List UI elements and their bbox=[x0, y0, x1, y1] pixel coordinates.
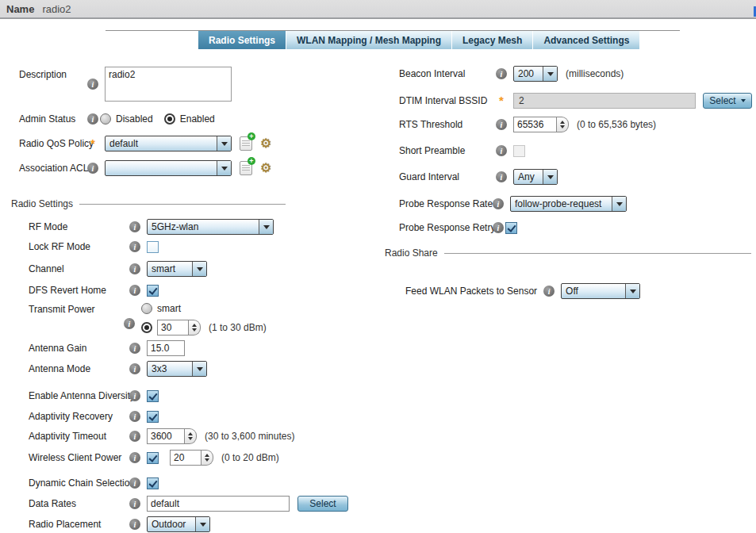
dfs-revert-home-checkbox[interactable] bbox=[147, 285, 159, 297]
spinner-arrows[interactable] bbox=[557, 117, 569, 132]
lock-rf-mode-label: Lock RF Mode bbox=[29, 241, 129, 252]
chevron-down-icon bbox=[259, 220, 273, 234]
wireless-client-power-checkbox[interactable] bbox=[147, 452, 159, 464]
info-icon[interactable]: i bbox=[543, 286, 555, 297]
probe-response-rate-dropdown[interactable]: follow-probe-request bbox=[510, 196, 627, 212]
beacon-interval-dropdown[interactable]: 200 bbox=[513, 66, 558, 82]
rf-mode-label: RF Mode bbox=[29, 221, 129, 232]
tab-advanced-settings[interactable]: Advanced Settings bbox=[533, 31, 640, 49]
adaptivity-timeout-hint: (30 to 3,600 minutes) bbox=[205, 431, 294, 442]
adaptivity-recovery-label: Adaptivity Recovery bbox=[29, 411, 129, 422]
info-icon[interactable]: i bbox=[496, 68, 507, 79]
spinner-arrows[interactable] bbox=[185, 428, 197, 444]
spinner-arrows[interactable] bbox=[201, 450, 213, 466]
rf-mode-value: 5GHz-wlan bbox=[148, 220, 259, 234]
info-icon[interactable]: i bbox=[129, 285, 140, 296]
info-icon[interactable]: i bbox=[129, 477, 140, 489]
admin-status-enabled-radio[interactable] bbox=[164, 113, 175, 125]
antenna-mode-dropdown[interactable]: 3x3 bbox=[147, 361, 207, 377]
enable-antenna-diversity-checkbox[interactable] bbox=[147, 390, 159, 402]
edit-gear-icon[interactable]: ⚙ bbox=[260, 137, 271, 150]
info-icon[interactable]: i bbox=[87, 79, 98, 90]
probe-response-rate-value: follow-probe-request bbox=[511, 197, 612, 211]
info-icon[interactable]: i bbox=[129, 498, 140, 509]
info-icon[interactable]: i bbox=[124, 318, 135, 329]
info-icon[interactable]: i bbox=[496, 171, 507, 182]
guard-interval-value: Any bbox=[514, 170, 543, 184]
radio-placement-dropdown[interactable]: Outdoor bbox=[147, 516, 210, 532]
feed-wlan-packets-label: Feed WLAN Packets to Sensor bbox=[405, 286, 537, 297]
probe-response-retry-label: Probe Response Retry bbox=[399, 222, 493, 233]
chevron-down-icon bbox=[543, 67, 557, 81]
probe-response-rate-row: Probe Response Rate i follow-probe-reque… bbox=[399, 195, 627, 213]
transmit-power-custom-radio[interactable] bbox=[141, 322, 152, 333]
edit-gear-icon[interactable]: ⚙ bbox=[260, 162, 271, 174]
association-acl-label: Association ACL bbox=[19, 163, 87, 174]
association-acl-dropdown[interactable] bbox=[105, 160, 232, 176]
info-icon[interactable]: i bbox=[493, 222, 504, 233]
lock-rf-mode-checkbox[interactable] bbox=[147, 241, 159, 253]
wireless-client-power-input[interactable] bbox=[170, 450, 201, 466]
dynamic-chain-selection-checkbox[interactable] bbox=[147, 477, 159, 489]
transmit-power-smart-radio[interactable] bbox=[141, 303, 152, 314]
info-icon[interactable]: i bbox=[129, 241, 140, 252]
probe-response-retry-checkbox[interactable] bbox=[505, 222, 517, 234]
info-icon[interactable]: i bbox=[87, 163, 98, 174]
short-preamble-label: Short Preamble bbox=[399, 145, 496, 156]
feed-wlan-packets-row: Feed WLAN Packets to Sensor i Off bbox=[405, 282, 640, 300]
tab-wlan-mesh-mapping[interactable]: WLAN Mapping / Mesh Mapping bbox=[286, 31, 452, 49]
info-icon[interactable]: i bbox=[129, 431, 140, 442]
chevron-down-icon bbox=[217, 136, 231, 151]
guard-interval-dropdown[interactable]: Any bbox=[513, 169, 558, 185]
dtim-interval-bssid-label: DTIM Interval BSSID bbox=[399, 95, 496, 106]
add-new-icon[interactable]: + bbox=[240, 136, 252, 151]
dtim-select-button[interactable]: Select bbox=[703, 93, 752, 109]
admin-status-disabled-radio[interactable] bbox=[100, 113, 111, 125]
transmit-power-controls: i smart (1 to 30 dBm) bbox=[129, 301, 267, 336]
adaptivity-timeout-input[interactable] bbox=[147, 428, 185, 444]
feed-wlan-packets-value: Off bbox=[562, 284, 625, 298]
info-icon[interactable]: i bbox=[496, 119, 507, 130]
adaptivity-timeout-spinner bbox=[147, 428, 197, 444]
info-icon[interactable]: i bbox=[129, 343, 140, 354]
adaptivity-timeout-label: Adaptivity Timeout bbox=[29, 431, 129, 442]
info-icon[interactable]: i bbox=[129, 519, 140, 530]
dtim-select-label: Select bbox=[709, 95, 735, 106]
feed-wlan-packets-dropdown[interactable]: Off bbox=[561, 283, 640, 299]
info-icon[interactable]: i bbox=[87, 113, 98, 125]
add-new-icon[interactable]: + bbox=[240, 161, 252, 175]
data-rates-select-button[interactable]: Select bbox=[297, 496, 348, 512]
description-textarea[interactable]: radio2 bbox=[105, 67, 232, 102]
transmit-power-custom-option: (1 to 30 dBm) bbox=[141, 319, 267, 336]
info-icon[interactable]: i bbox=[129, 411, 140, 422]
info-icon[interactable]: i bbox=[129, 363, 140, 374]
dtim-interval-bssid-field: 2 bbox=[513, 93, 696, 109]
channel-dropdown[interactable]: smart bbox=[147, 261, 207, 277]
info-icon[interactable]: i bbox=[496, 145, 507, 156]
info-icon[interactable]: i bbox=[129, 221, 140, 232]
antenna-gain-input[interactable] bbox=[147, 340, 185, 356]
info-icon[interactable]: i bbox=[129, 390, 140, 401]
rts-threshold-input[interactable] bbox=[513, 117, 557, 132]
info-icon[interactable]: i bbox=[129, 263, 140, 274]
tab-legacy-mesh[interactable]: Legacy Mesh bbox=[452, 31, 533, 49]
beacon-interval-label: Beacon Interval bbox=[399, 68, 496, 79]
info-icon[interactable]: i bbox=[129, 452, 140, 463]
radio-placement-row: Radio Placement i Outdoor bbox=[29, 516, 210, 533]
data-rates-input[interactable] bbox=[147, 496, 290, 512]
admin-status-label: Admin Status bbox=[19, 113, 87, 125]
spinner-arrows[interactable] bbox=[189, 320, 201, 336]
section-divider bbox=[79, 204, 286, 205]
transmit-power-input[interactable] bbox=[157, 320, 189, 336]
rf-mode-dropdown[interactable]: 5GHz-wlan bbox=[147, 219, 274, 235]
lock-rf-mode-row: Lock RF Mode i bbox=[29, 238, 159, 255]
rts-threshold-spinner bbox=[513, 117, 569, 132]
radio-qos-policy-dropdown[interactable]: default bbox=[105, 136, 232, 151]
tab-radio-settings[interactable]: Radio Settings bbox=[198, 31, 286, 49]
short-preamble-checkbox[interactable] bbox=[513, 145, 525, 157]
chevron-down-icon bbox=[192, 362, 206, 376]
channel-value: smart bbox=[148, 262, 192, 276]
channel-row: Channel i smart bbox=[29, 260, 207, 278]
info-icon[interactable]: i bbox=[493, 198, 504, 209]
adaptivity-recovery-checkbox[interactable] bbox=[147, 411, 159, 423]
